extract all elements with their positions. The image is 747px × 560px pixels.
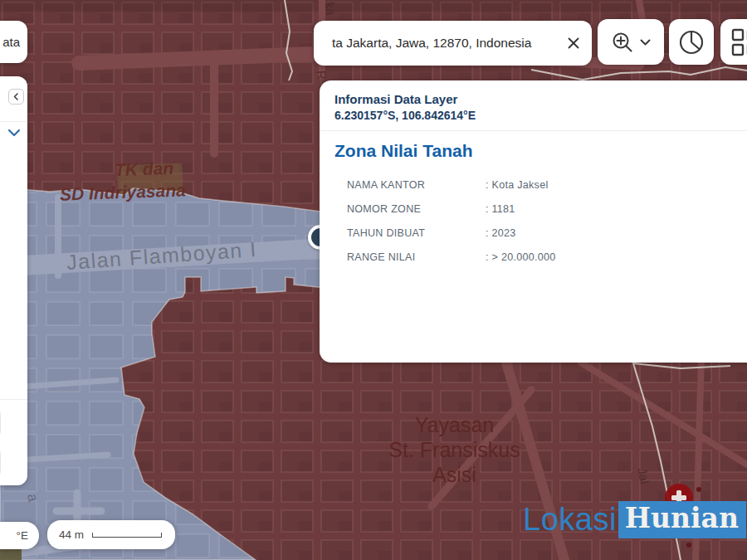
cursor-coordinate-chip: °E — [0, 522, 39, 549]
field-label: TAHUN DIBUAT — [347, 227, 486, 239]
layers-grid-button[interactable] — [720, 19, 747, 65]
scale-bar — [92, 533, 162, 538]
sidebar-divider — [0, 399, 27, 400]
field-value: : Kota Jaksel — [486, 179, 745, 191]
data-chip-label: ata — [2, 35, 20, 49]
field-value: : 1181 — [486, 203, 745, 215]
app-window: TK dan SD Indriyasana Jalan Flamboyan I … — [0, 0, 747, 560]
search-bar — [314, 21, 592, 66]
sidebar-collapse-button[interactable] — [8, 89, 24, 105]
field-label: NOMOR ZONE — [347, 203, 486, 215]
field-value: : > 20.000.000 — [486, 251, 745, 263]
sidebar-basemap-button-2[interactable] — [0, 446, 1, 480]
chevron-down-icon[interactable] — [7, 128, 21, 138]
zoom-in-icon — [612, 32, 633, 53]
chevron-down-icon — [640, 39, 651, 46]
cursor-coordinate-fragment: °E — [17, 529, 28, 542]
pie-chart-icon — [678, 29, 705, 56]
clear-search-icon[interactable] — [567, 37, 580, 50]
hospital-marker — [665, 484, 693, 512]
scale-distance-label: 44 m — [59, 528, 84, 541]
map-scale-chip: 44 m — [47, 520, 175, 549]
sidebar-divider — [0, 121, 27, 122]
chevron-left-icon — [12, 93, 20, 100]
field-label: NAMA KANTOR — [347, 179, 486, 191]
search-input[interactable] — [332, 36, 567, 51]
zoom-tools-button[interactable] — [598, 19, 664, 65]
field-row-nomor-zone: NOMOR ZONE : 1181 — [347, 203, 745, 215]
layer-info-panel: Informasi Data Layer 6.230157°S, 106.842… — [320, 80, 747, 363]
info-panel-coordinates: 6.230157°S, 106.842614°E — [334, 109, 745, 122]
grid-icon — [731, 28, 747, 56]
chart-tools-button[interactable] — [669, 19, 714, 65]
field-value: : 2023 — [486, 227, 745, 239]
field-row-tahun-dibuat: TAHUN DIBUAT : 2023 — [347, 227, 745, 239]
layer-sidebar: GL — [0, 76, 27, 485]
data-chip[interactable]: ata — [0, 21, 27, 63]
zone-section-title: Zona Nilai Tanah — [334, 141, 745, 161]
field-row-nama-kantor: NAMA KANTOR : Kota Jaksel — [347, 179, 745, 191]
field-label: RANGE NILAI — [347, 251, 486, 263]
field-row-range-nilai: RANGE NILAI : > 20.000.000 — [347, 251, 745, 263]
info-panel-title: Informasi Data Layer — [334, 92, 745, 106]
sidebar-basemap-button-1[interactable]: GL — [0, 407, 1, 440]
